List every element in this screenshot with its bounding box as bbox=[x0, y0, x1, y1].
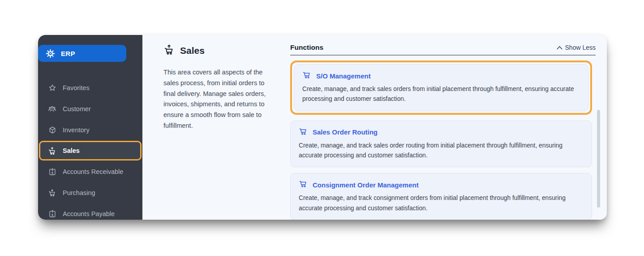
show-less-button[interactable]: Show Less bbox=[557, 44, 596, 51]
gear-icon bbox=[46, 49, 55, 58]
functions-title: Functions bbox=[290, 43, 323, 52]
box-receive-dollar-icon: $ bbox=[48, 167, 56, 176]
main-content: Sales This area covers all aspects of th… bbox=[142, 35, 607, 220]
function-link[interactable]: S/O Management bbox=[316, 72, 371, 80]
cart-icon bbox=[299, 127, 308, 138]
sidebar-item-label: Inventory bbox=[63, 126, 90, 134]
function-card-highlight: S/O Management Create, manage, and track… bbox=[290, 61, 592, 115]
sidebar-item-customer[interactable]: Customer bbox=[38, 98, 142, 119]
erp-app-window: ERP Favorites bbox=[38, 35, 607, 220]
sidebar-item-sales[interactable]: Sales bbox=[39, 141, 142, 161]
sidebar-item-favorites[interactable]: Favorites bbox=[38, 77, 142, 98]
function-description: Create, manage, and track sales orders f… bbox=[302, 84, 580, 104]
show-less-label: Show Less bbox=[565, 44, 596, 51]
sidebar-item-label: Purchasing bbox=[63, 189, 95, 196]
desktop-background: ERP Favorites bbox=[0, 0, 644, 256]
sidebar-nav: Favorites Customer bbox=[38, 77, 142, 220]
sidebar-item-purchasing[interactable]: Purchasing bbox=[38, 182, 142, 203]
box-send-dollar-icon: $ bbox=[48, 209, 56, 218]
cart-down-icon bbox=[48, 188, 56, 197]
function-card-so-management[interactable]: S/O Management Create, manage, and track… bbox=[294, 64, 588, 111]
area-summary: Sales This area covers all aspects of th… bbox=[142, 35, 290, 220]
function-description: Create, manage, and track consignment or… bbox=[299, 193, 584, 213]
sidebar-item-label: Accounts Receivable bbox=[63, 168, 123, 175]
scrollbar-thumb[interactable] bbox=[597, 110, 600, 208]
sidebar-item-label: Accounts Payable bbox=[63, 210, 115, 217]
svg-text:$: $ bbox=[52, 171, 53, 174]
cube-icon bbox=[48, 126, 56, 134]
area-description: This area covers all aspects of the sale… bbox=[163, 67, 273, 131]
function-card-consignment-order-management[interactable]: Consignment Order Management Create, man… bbox=[290, 173, 592, 220]
app-name: ERP bbox=[61, 50, 75, 57]
sidebar: ERP Favorites bbox=[38, 35, 142, 220]
function-link[interactable]: Sales Order Routing bbox=[313, 128, 378, 136]
cart-up-icon bbox=[48, 147, 56, 155]
sidebar-item-label: Customer bbox=[63, 105, 91, 113]
cart-icon bbox=[299, 179, 308, 190]
chevron-up-icon bbox=[557, 44, 562, 51]
function-description: Create, manage, and track sales order ro… bbox=[299, 141, 584, 161]
star-icon bbox=[48, 83, 56, 92]
sidebar-item-label: Sales bbox=[63, 147, 80, 154]
sidebar-item-label: Favorites bbox=[63, 84, 90, 91]
erp-logo-button[interactable]: ERP bbox=[38, 45, 126, 62]
sidebar-item-inventory[interactable]: Inventory bbox=[38, 119, 142, 140]
functions-header: Functions Show Less bbox=[290, 43, 596, 56]
function-card-sales-order-routing[interactable]: Sales Order Routing Create, manage, and … bbox=[290, 121, 592, 168]
functions-panel: Functions Show Less bbox=[290, 35, 607, 220]
page-title: Sales bbox=[163, 44, 272, 57]
functions-list: S/O Management Create, manage, and track… bbox=[290, 61, 592, 220]
svg-text:$: $ bbox=[52, 213, 53, 217]
cart-up-icon bbox=[163, 44, 175, 57]
cart-icon bbox=[302, 70, 311, 81]
sidebar-item-accounts-receivable[interactable]: $ Accounts Receivable bbox=[38, 161, 142, 182]
function-link[interactable]: Consignment Order Management bbox=[313, 181, 419, 189]
people-icon bbox=[48, 104, 56, 113]
area-title: Sales bbox=[180, 45, 205, 56]
sidebar-item-accounts-payable[interactable]: $ Accounts Payable bbox=[38, 203, 142, 220]
